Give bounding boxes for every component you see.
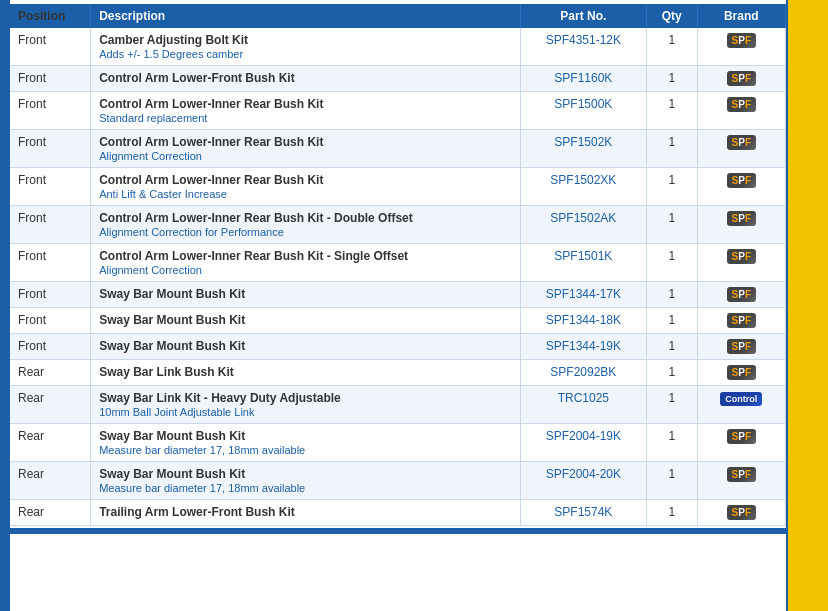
cell-partno[interactable]: SPF1344-18K bbox=[520, 308, 646, 334]
cell-partno[interactable]: SPF1500K bbox=[520, 92, 646, 130]
cell-brand: SPF bbox=[697, 334, 785, 360]
cell-partno[interactable]: SPF2092BK bbox=[520, 360, 646, 386]
cell-brand: SPF bbox=[697, 282, 785, 308]
spf-brand-badge: SPF bbox=[727, 97, 756, 112]
cell-brand: SPF bbox=[697, 168, 785, 206]
cell-description: Sway Bar Mount Bush Kit bbox=[91, 282, 521, 308]
cell-partno[interactable]: SPF4351-12K bbox=[520, 28, 646, 66]
part-number-link[interactable]: SPF1344-18K bbox=[546, 313, 621, 327]
cell-partno[interactable]: SPF1344-17K bbox=[520, 282, 646, 308]
table-row: RearSway Bar Mount Bush KitMeasure bar d… bbox=[10, 424, 786, 462]
cell-partno[interactable]: TRC1025 bbox=[520, 386, 646, 424]
cell-brand: SPF bbox=[697, 360, 785, 386]
cell-partno[interactable]: SPF2004-19K bbox=[520, 424, 646, 462]
main-content: Position Description Part No. Qty Brand … bbox=[8, 0, 788, 611]
part-number-link[interactable]: SPF1502XK bbox=[550, 173, 616, 187]
product-note: Measure bar diameter 17, 18mm available bbox=[99, 444, 512, 456]
cell-description: Sway Bar Mount Bush Kit bbox=[91, 308, 521, 334]
cell-description: Sway Bar Mount Bush Kit bbox=[91, 334, 521, 360]
product-name: Control Arm Lower-Inner Rear Bush Kit bbox=[99, 173, 323, 187]
spf-brand-badge: SPF bbox=[727, 429, 756, 444]
cell-partno[interactable]: SPF1574K bbox=[520, 500, 646, 526]
product-name: Control Arm Lower-Front Bush Kit bbox=[99, 71, 295, 85]
table-row: FrontSway Bar Mount Bush KitSPF1344-19K1… bbox=[10, 334, 786, 360]
table-row: FrontCamber Adjusting Bolt KitAdds +/- 1… bbox=[10, 28, 786, 66]
table-row: RearSway Bar Link Kit - Heavy Duty Adjus… bbox=[10, 386, 786, 424]
cell-position: Rear bbox=[10, 360, 91, 386]
part-number-link[interactable]: SPF1501K bbox=[554, 249, 612, 263]
cell-qty: 1 bbox=[647, 360, 698, 386]
cell-brand: SPF bbox=[697, 244, 785, 282]
cell-description: Control Arm Lower-Inner Rear Bush KitAli… bbox=[91, 130, 521, 168]
product-note: Adds +/- 1.5 Degrees camber bbox=[99, 48, 512, 60]
cell-partno[interactable]: SPF1502XK bbox=[520, 168, 646, 206]
part-number-link[interactable]: SPF1500K bbox=[554, 97, 612, 111]
spf-brand-badge: SPF bbox=[727, 287, 756, 302]
cell-qty: 1 bbox=[647, 168, 698, 206]
cell-partno[interactable]: SPF1160K bbox=[520, 66, 646, 92]
spf-brand-badge: SPF bbox=[727, 71, 756, 86]
cell-description: Control Arm Lower-Inner Rear Bush Kit - … bbox=[91, 206, 521, 244]
col-header-position: Position bbox=[10, 4, 91, 28]
cell-partno[interactable]: SPF1502K bbox=[520, 130, 646, 168]
part-number-link[interactable]: SPF2004-19K bbox=[546, 429, 621, 443]
cell-qty: 1 bbox=[647, 386, 698, 424]
spf-brand-badge: SPF bbox=[727, 135, 756, 150]
table-row: RearTrailing Arm Lower-Front Bush KitSPF… bbox=[10, 500, 786, 526]
table-header: Position Description Part No. Qty Brand bbox=[10, 4, 786, 28]
table-row: FrontControl Arm Lower-Inner Rear Bush K… bbox=[10, 244, 786, 282]
product-name: Control Arm Lower-Inner Rear Bush Kit bbox=[99, 135, 323, 149]
left-border bbox=[0, 0, 8, 611]
parts-table: Position Description Part No. Qty Brand … bbox=[10, 4, 786, 526]
part-number-link[interactable]: SPF1160K bbox=[554, 71, 612, 85]
cell-position: Rear bbox=[10, 462, 91, 500]
table-row: FrontControl Arm Lower-Inner Rear Bush K… bbox=[10, 168, 786, 206]
product-note: 10mm Ball Joint Adjustable Link bbox=[99, 406, 512, 418]
cell-position: Front bbox=[10, 308, 91, 334]
spf-brand-badge: SPF bbox=[727, 249, 756, 264]
part-number-link[interactable]: SPF2092BK bbox=[550, 365, 616, 379]
part-number-link[interactable]: SPF1502K bbox=[554, 135, 612, 149]
cell-position: Front bbox=[10, 168, 91, 206]
cell-partno[interactable]: SPF1502AK bbox=[520, 206, 646, 244]
table-row: RearSway Bar Link Bush KitSPF2092BK1SPF bbox=[10, 360, 786, 386]
cell-qty: 1 bbox=[647, 334, 698, 360]
cell-qty: 1 bbox=[647, 424, 698, 462]
cell-description: Trailing Arm Lower-Front Bush Kit bbox=[91, 500, 521, 526]
cell-description: Control Arm Lower-Inner Rear Bush Kit - … bbox=[91, 244, 521, 282]
spf-brand-badge: SPF bbox=[727, 365, 756, 380]
part-number-link[interactable]: SPF1344-17K bbox=[546, 287, 621, 301]
cell-brand: Control bbox=[697, 386, 785, 424]
spf-brand-badge: SPF bbox=[727, 505, 756, 520]
spf-brand-badge: SPF bbox=[727, 173, 756, 188]
cell-brand: SPF bbox=[697, 66, 785, 92]
part-number-link[interactable]: SPF4351-12K bbox=[546, 33, 621, 47]
product-name: Sway Bar Link Bush Kit bbox=[99, 365, 234, 379]
cell-position: Front bbox=[10, 334, 91, 360]
cell-partno[interactable]: SPF2004-20K bbox=[520, 462, 646, 500]
table-row: FrontControl Arm Lower-Inner Rear Bush K… bbox=[10, 206, 786, 244]
part-number-link[interactable]: SPF1502AK bbox=[550, 211, 616, 225]
cell-qty: 1 bbox=[647, 206, 698, 244]
part-number-link[interactable]: SPF1574K bbox=[554, 505, 612, 519]
cell-description: Sway Bar Link Kit - Heavy Duty Adjustabl… bbox=[91, 386, 521, 424]
part-number-link[interactable]: SPF1344-19K bbox=[546, 339, 621, 353]
cell-qty: 1 bbox=[647, 92, 698, 130]
cell-brand: SPF bbox=[697, 424, 785, 462]
cell-brand: SPF bbox=[697, 130, 785, 168]
cell-position: Front bbox=[10, 282, 91, 308]
ctrl-brand-badge: Control bbox=[720, 392, 762, 406]
cell-brand: SPF bbox=[697, 462, 785, 500]
spf-brand-badge: SPF bbox=[727, 339, 756, 354]
part-number-link[interactable]: SPF2004-20K bbox=[546, 467, 621, 481]
cell-partno[interactable]: SPF1344-19K bbox=[520, 334, 646, 360]
table-row: FrontControl Arm Lower-Front Bush KitSPF… bbox=[10, 66, 786, 92]
product-name: Sway Bar Link Kit - Heavy Duty Adjustabl… bbox=[99, 391, 341, 405]
cell-description: Sway Bar Link Bush Kit bbox=[91, 360, 521, 386]
cell-partno[interactable]: SPF1501K bbox=[520, 244, 646, 282]
cell-qty: 1 bbox=[647, 308, 698, 334]
cell-qty: 1 bbox=[647, 500, 698, 526]
part-number-link[interactable]: TRC1025 bbox=[558, 391, 609, 405]
cell-brand: SPF bbox=[697, 308, 785, 334]
product-name: Control Arm Lower-Inner Rear Bush Kit - … bbox=[99, 211, 413, 225]
